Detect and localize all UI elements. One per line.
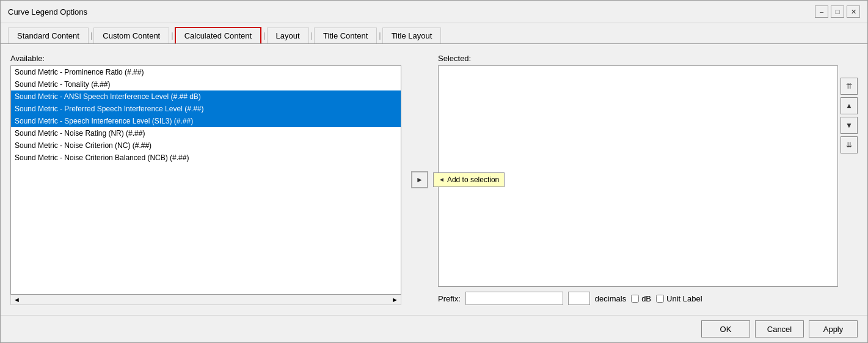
tab-sep-3: | xyxy=(263,31,265,40)
list-item[interactable]: Sound Metric - Noise Criterion Balanced … xyxy=(11,152,401,164)
right-panel-inner: ⇈ ▲ ▼ ⇊ xyxy=(438,65,858,287)
tab-sep-2: | xyxy=(171,31,173,40)
prefix-label: Prefix: xyxy=(438,294,461,303)
tab-calculated-content[interactable]: Calculated Content xyxy=(175,27,262,43)
selected-panel: Selected: ⇈ ▲ ▼ xyxy=(438,54,858,305)
main-window: Curve Legend Options – □ ✕ Standard Cont… xyxy=(0,0,868,343)
decimals-input[interactable]: 2 xyxy=(568,292,590,305)
bottom-bar: OK Cancel Apply xyxy=(1,315,867,342)
list-item[interactable]: Sound Metric - Prominence Ratio (#.##) xyxy=(11,66,401,78)
close-button[interactable]: ✕ xyxy=(847,6,860,18)
window-title: Curve Legend Options xyxy=(8,7,87,17)
list-item-selected[interactable]: Sound Metric - Speech Interference Level… xyxy=(11,115,401,127)
panels-row: Available: Sound Metric - Prominence Rat… xyxy=(10,54,858,305)
list-item-selected[interactable]: Sound Metric - Preferred Speech Interfer… xyxy=(11,103,401,115)
content-area: Available: Sound Metric - Prominence Rat… xyxy=(1,44,867,315)
add-to-selection-button[interactable]: ► xyxy=(411,171,428,188)
list-item[interactable]: Sound Metric - Noise Criterion (NC) (#.#… xyxy=(11,139,401,152)
ok-button[interactable]: OK xyxy=(701,320,750,337)
side-buttons: ⇈ ▲ ▼ ⇊ xyxy=(841,65,858,287)
available-listbox[interactable]: Sound Metric - Prominence Ratio (#.##) S… xyxy=(10,65,401,295)
tab-sep-1: | xyxy=(90,31,92,40)
selected-label: Selected: xyxy=(438,54,858,63)
horizontal-scrollbar[interactable]: ◄ ► xyxy=(10,295,401,305)
tab-standard-content[interactable]: Standard Content xyxy=(8,28,89,43)
available-label: Available: xyxy=(10,54,401,63)
tab-layout[interactable]: Layout xyxy=(267,28,309,43)
add-button-wrapper: ► Add to selection xyxy=(411,171,428,188)
title-bar: Curve Legend Options – □ ✕ xyxy=(1,1,867,23)
tab-title-layout[interactable]: Title Layout xyxy=(382,28,442,43)
tab-title-content[interactable]: Title Content xyxy=(314,28,377,43)
db-checkbox-label[interactable]: dB xyxy=(631,294,651,303)
apply-button[interactable]: Apply xyxy=(809,320,858,337)
selected-listbox[interactable] xyxy=(438,65,838,287)
unit-label-checkbox[interactable] xyxy=(656,295,664,303)
decimals-label: decimals xyxy=(595,294,626,303)
tab-custom-content[interactable]: Custom Content xyxy=(93,28,169,43)
move-down-button[interactable]: ▼ xyxy=(841,117,858,134)
move-bottom-button[interactable]: ⇊ xyxy=(841,136,858,153)
db-checkbox[interactable] xyxy=(631,295,639,303)
middle-controls: ► Add to selection xyxy=(406,54,433,305)
list-item-selected[interactable]: Sound Metric - ANSI Speech Interference … xyxy=(11,90,401,103)
window-controls: – □ ✕ xyxy=(815,6,860,18)
cancel-button[interactable]: Cancel xyxy=(755,320,804,337)
prefix-input[interactable] xyxy=(465,292,563,305)
tab-sep-4: | xyxy=(311,31,313,40)
tabs-bar: Standard Content | Custom Content | Calc… xyxy=(1,23,867,44)
list-item[interactable]: Sound Metric - Tonality (#.##) xyxy=(11,78,401,90)
minimize-button[interactable]: – xyxy=(815,6,828,18)
unit-label-checkbox-label[interactable]: Unit Label xyxy=(656,294,702,303)
move-up-button[interactable]: ▲ xyxy=(841,97,858,114)
maximize-button[interactable]: □ xyxy=(831,6,844,18)
available-panel: Available: Sound Metric - Prominence Rat… xyxy=(10,54,401,305)
list-item[interactable]: Sound Metric - Noise Rating (NR) (#.##) xyxy=(11,127,401,139)
prefix-row: Prefix: 2 decimals dB Unit Label xyxy=(438,287,858,305)
tab-sep-5: | xyxy=(379,31,381,40)
move-top-button[interactable]: ⇈ xyxy=(841,78,858,95)
